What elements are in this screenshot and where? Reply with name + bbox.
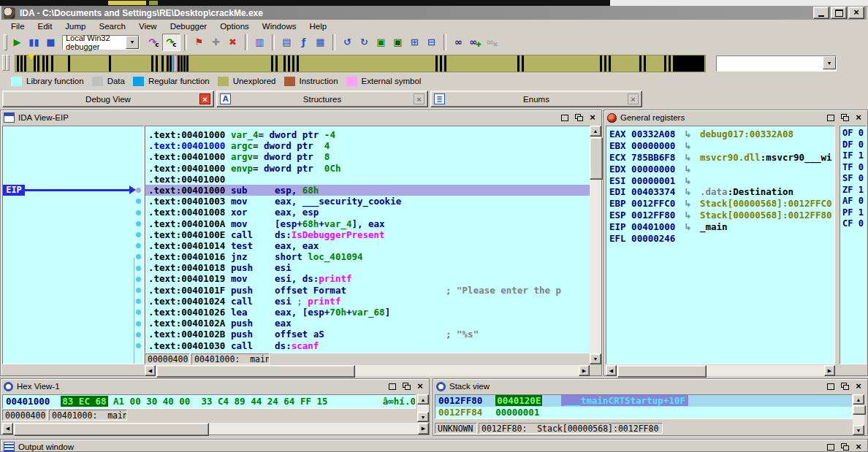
disasm-line[interactable]: .text:0040101F push offset Format; "Plea… — [145, 285, 590, 296]
instruction-dot[interactable] — [136, 299, 141, 304]
close-icon[interactable]: × — [414, 93, 425, 104]
maximize-panel-button[interactable] — [825, 442, 837, 452]
flag-row[interactable]: CF 0 — [842, 218, 866, 230]
hex-row[interactable]: 00401000 83 EC 68 A1 00 30 40 00 33 C4 8… — [2, 394, 416, 409]
pause-process-icon[interactable]: ▮▮ — [26, 34, 42, 50]
scroll-left-icon[interactable] — [145, 365, 156, 376]
register-row[interactable]: EDX 00000000↳ — [609, 164, 834, 175]
chevron-down-icon[interactable] — [126, 36, 139, 49]
disasm-line[interactable]: .text:00401000 envp= dword ptr 0Ch — [145, 163, 590, 174]
disasm-line[interactable]: .text:0040100A mov [esp+68h+var_4], eax — [145, 218, 590, 229]
output-titlebar[interactable]: Output window — [1, 440, 867, 452]
debugger-windows-icon[interactable]: ▥ — [251, 34, 268, 50]
search-again-icon[interactable]: ∞✚ — [467, 34, 484, 50]
registers-titlebar[interactable]: General registers — [604, 110, 867, 125]
disasm-line[interactable]: .text:00401000 argc= dword ptr 4 — [145, 140, 590, 151]
watch-window-icon[interactable]: ▦ — [312, 34, 329, 50]
disasm-line[interactable]: .text:00401014 test eax, eax — [145, 240, 590, 251]
flags-list[interactable]: OF 0DF 0IF 1TF 0SF 0ZF 1AF 0PF 1CF 0 — [840, 126, 867, 364]
minimize-button[interactable] — [813, 7, 829, 19]
hex-vscrollbar[interactable] — [417, 394, 429, 422]
scroll-right-icon[interactable] — [824, 365, 835, 376]
register-row[interactable]: EAX 00332A08↳debug017:00332A08 — [609, 129, 834, 140]
module-list-icon[interactable]: ▤ — [278, 34, 295, 50]
scroll-thumb[interactable] — [853, 405, 866, 415]
disasm-line[interactable]: .text:00401019 mov esi, ds:printf — [145, 273, 590, 284]
menu-search[interactable]: Search — [92, 21, 132, 31]
disasm-line[interactable]: .text:0040102A push eax — [145, 318, 590, 329]
stack-view-titlebar[interactable]: Stack view — [433, 379, 867, 394]
navigation-band[interactable] — [15, 55, 706, 72]
close-panel-button[interactable] — [853, 442, 864, 452]
register-row[interactable]: EBP 0012FFC0↳Stack[00000568]:0012FFC0 — [609, 198, 834, 210]
disasm-line[interactable]: .text:0040102B push offset aS; "%s" — [145, 329, 590, 340]
maximize-panel-button[interactable] — [825, 112, 837, 123]
disasm-line[interactable]: .text:00401024 call esi ; printf — [145, 296, 590, 307]
maximize-panel-button[interactable] — [559, 112, 571, 123]
close-panel-button[interactable] — [853, 381, 864, 391]
window-copy-icon[interactable]: ⊞ — [406, 34, 423, 50]
instruction-dot[interactable] — [136, 288, 141, 293]
scroll-thumb[interactable] — [617, 365, 707, 378]
instruction-dot[interactable] — [136, 243, 141, 248]
disasm-code[interactable]: .text:00401000 var_4= dword ptr -4.text:… — [145, 126, 590, 353]
navband-address-combo[interactable] — [716, 55, 837, 72]
run-to-cursor-icon[interactable]: ↷c — [145, 34, 162, 50]
stack-row[interactable]: 0012FF8400000001 — [435, 407, 852, 418]
maximize-panel-button[interactable] — [387, 381, 398, 391]
scroll-down-icon[interactable] — [590, 353, 601, 364]
instruction-dot[interactable] — [136, 232, 141, 237]
scroll-right-icon[interactable] — [418, 423, 429, 434]
register-row[interactable]: EBX 00000000↳ — [609, 140, 834, 152]
disasm-hscrollbar[interactable] — [145, 365, 590, 376]
flag-row[interactable]: ZF 1 — [842, 185, 866, 196]
jump-back-icon[interactable]: ↺ — [339, 34, 356, 50]
stop-process-icon[interactable]: ■ — [42, 34, 59, 50]
register-row[interactable]: ESP 0012FF80↳Stack[00000568]:0012FF80 — [609, 210, 834, 221]
instruction-dot[interactable] — [136, 188, 141, 193]
stack-vscrollbar[interactable] — [853, 394, 864, 435]
stack-row[interactable]: 0012FF800040120E___tmainCRTStartup+10F — [435, 395, 852, 407]
close-panel-button[interactable] — [587, 112, 598, 123]
continue-process-icon[interactable]: ↷c — [162, 34, 180, 51]
tab-enums[interactable]: ≣Enums× — [430, 91, 642, 107]
close-icon[interactable]: × — [199, 93, 210, 104]
disasm-line[interactable]: .text:00401000 sub esp, 68h — [145, 185, 590, 196]
instruction-dot[interactable] — [136, 310, 141, 315]
close-panel-button[interactable] — [414, 381, 426, 391]
disasm-line[interactable]: .text:00401026 lea eax, [esp+70h+var_68] — [145, 307, 590, 318]
menu-file[interactable]: File — [4, 21, 31, 31]
disasm-line[interactable]: .text:0040100E call ds:IsDebuggerPresent — [145, 229, 590, 240]
instruction-dot[interactable] — [136, 277, 141, 282]
scroll-left-icon[interactable] — [606, 365, 617, 376]
toolbar-grip[interactable] — [6, 55, 9, 71]
title-bar[interactable]: IDA - C:\Documents and Settings\RE\Deskt… — [1, 6, 867, 20]
menu-debugger[interactable]: Debugger — [164, 21, 214, 31]
scroll-thumb[interactable] — [590, 137, 603, 180]
step-into-icon[interactable]: ▣ — [373, 34, 389, 50]
register-row[interactable]: EFL 00000246 — [609, 233, 834, 245]
flag-row[interactable]: DF 0 — [842, 139, 866, 151]
disasm-line[interactable]: .text:00401030 call ds:scanf — [145, 340, 590, 351]
float-panel-button[interactable] — [400, 381, 412, 391]
stack-list[interactable]: 0012FF800040120E___tmainCRTStartup+10F00… — [435, 394, 853, 419]
menu-options[interactable]: Options — [213, 21, 256, 31]
scroll-up-icon[interactable] — [417, 394, 429, 405]
start-process-icon[interactable]: ▶ — [9, 34, 26, 50]
scroll-thumb[interactable] — [156, 365, 355, 378]
window-stack-icon[interactable]: ⊟ — [423, 34, 440, 50]
scroll-up-icon[interactable] — [590, 126, 601, 137]
instruction-dot[interactable] — [136, 343, 141, 348]
scroll-down-icon[interactable] — [853, 425, 864, 435]
instruction-dot[interactable] — [136, 210, 141, 215]
register-list[interactable]: EAX 00332A08↳debug017:00332A08EBX 000000… — [606, 126, 835, 364]
float-panel-button[interactable] — [573, 112, 585, 123]
close-button[interactable] — [848, 7, 864, 19]
instruction-dot[interactable] — [136, 254, 141, 259]
hex-hscrollbar[interactable] — [2, 423, 429, 434]
instruction-dot[interactable] — [136, 221, 141, 226]
maximize-panel-button[interactable] — [825, 381, 837, 391]
registers-hscrollbar[interactable] — [606, 365, 835, 376]
hex-view-titlebar[interactable]: Hex View-1 — [1, 379, 429, 394]
flag-row[interactable]: SF 0 — [842, 173, 866, 185]
